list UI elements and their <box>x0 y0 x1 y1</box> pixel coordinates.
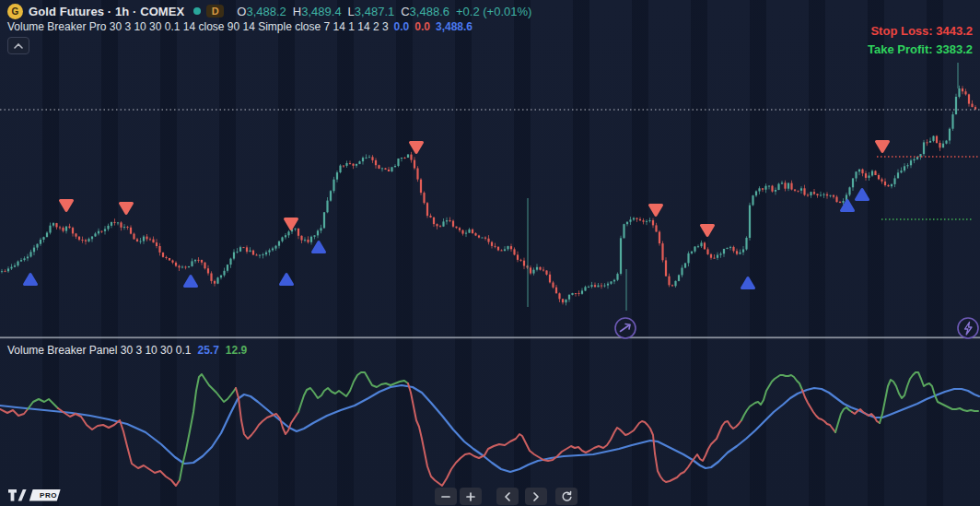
zoom-out-button[interactable] <box>435 488 457 505</box>
oscillator-panel-series <box>0 372 979 486</box>
high-value: 3,489.4 <box>301 5 341 18</box>
symbol-legend-row: G Gold Futures · 1h · COMEX D O3,488.2 H… <box>7 3 531 19</box>
indicator-title[interactable]: Volume Breaker Pro 30 3 10 30 0.1 14 clo… <box>7 20 389 33</box>
indicator-value-2: 0.0 <box>414 20 430 33</box>
take-profit-label: Take Profit: 3383.2 <box>868 41 973 59</box>
main-chart-svg[interactable] <box>0 0 980 506</box>
plus-icon <box>465 491 476 502</box>
indicator-value-3: 3,488.6 <box>436 20 472 33</box>
pane-separator[interactable] <box>0 336 980 338</box>
pro-badge-label: PRO <box>40 491 57 500</box>
change-value: +0.2 (+0.01%) <box>456 5 531 18</box>
chevron-right-icon <box>531 491 541 502</box>
scroll-right-button[interactable] <box>525 488 547 505</box>
stop-loss-label: Stop Loss: 3443.2 <box>868 22 973 41</box>
indicator-value-1: 0.0 <box>394 20 410 33</box>
trading-chart-app: G Gold Futures · 1h · COMEX D O3,488.2 H… <box>0 0 980 506</box>
close-value: 3,488.6 <box>410 5 449 18</box>
minus-icon <box>440 491 451 502</box>
tradingview-mark-icon <box>8 489 27 501</box>
instant-order-button[interactable] <box>958 318 978 338</box>
zoom-in-button[interactable] <box>460 488 482 505</box>
ohlc-values: O3,488.2 H3,489.4 L3,487.1 C3,488.6 +0.2… <box>237 5 531 18</box>
symbol-title[interactable]: Gold Futures · 1h · COMEX <box>29 5 184 18</box>
tradingview-logo[interactable]: PRO <box>6 486 64 506</box>
chevron-left-icon <box>503 491 512 502</box>
risk-labels: Stop Loss: 3443.2 Take Profit: 3383.2 <box>868 22 973 59</box>
panel-title[interactable]: Volume Breaker Panel 30 3 10 30 0.1 <box>7 344 191 357</box>
indicator-legend-row: Volume Breaker Pro 30 3 10 30 0.1 14 clo… <box>7 19 472 34</box>
low-label: L <box>348 5 355 18</box>
signal-triangles <box>25 142 889 288</box>
candlestick-series <box>1 63 976 311</box>
close-label: C <box>401 5 409 18</box>
collapse-legend-button[interactable] <box>7 37 29 54</box>
low-value: 3,487.1 <box>355 5 394 18</box>
high-label: H <box>293 5 301 18</box>
chevron-up-icon <box>14 43 23 49</box>
open-label: O <box>237 5 246 18</box>
go-to-realtime-button[interactable] <box>615 318 636 338</box>
reset-icon <box>561 490 573 502</box>
status-dot-icon <box>193 7 201 15</box>
panel-legend-row: Volume Breaker Panel 30 3 10 30 0.1 25.7… <box>7 344 247 357</box>
open-value: 3,488.2 <box>246 5 286 18</box>
interval-badge[interactable]: D <box>206 5 224 18</box>
panel-value-2: 12.9 <box>226 344 247 357</box>
reset-chart-button[interactable] <box>555 488 578 505</box>
price-level-lines <box>0 110 980 219</box>
scroll-left-button[interactable] <box>496 488 519 505</box>
chart-navigation-controls <box>435 488 578 505</box>
panel-value-1: 25.7 <box>197 344 218 357</box>
symbol-logo-icon: G <box>7 4 23 19</box>
